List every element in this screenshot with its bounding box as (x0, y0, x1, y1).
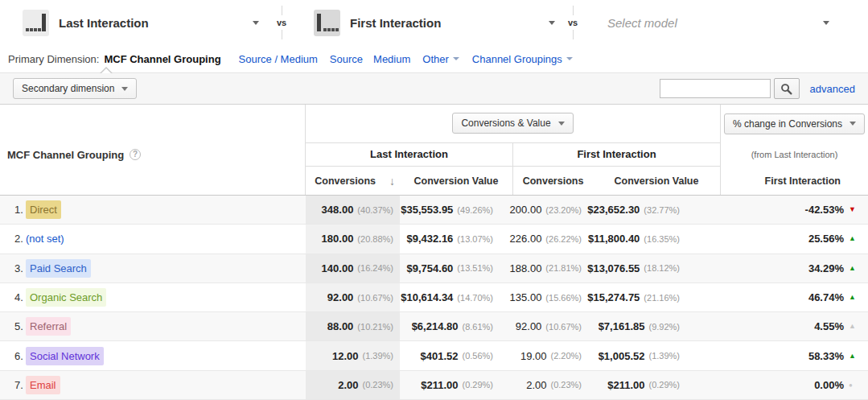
metric-value: $15,274.75 (587, 291, 640, 303)
metric-percent: (21.16%) (644, 293, 680, 303)
search-area: advanced (660, 78, 855, 99)
metric-value: 92.00 (516, 320, 542, 332)
metric-percent: (0.23%) (362, 380, 393, 390)
model-selector-2[interactable]: First Interaction (304, 0, 555, 45)
percent-change-cell: -42.53% (720, 196, 868, 224)
change-value: 25.56% (808, 233, 844, 245)
search-input[interactable] (660, 79, 771, 98)
first-conversions-cell: 2.00(0.23%) (512, 371, 593, 399)
header-first-conversions[interactable]: Conversions (512, 167, 593, 195)
divider (282, 30, 282, 39)
search-button[interactable] (774, 78, 800, 99)
change-selector-label: % change in Conversions (733, 118, 842, 130)
table-row: 7. Email 2.00(0.23%) $211.00(0.29%) 2.00… (0, 371, 868, 400)
channel-cell: 2. (not set) (0, 225, 306, 253)
channel-label: (not set) (26, 229, 68, 248)
table-row: 3. Paid Search 140.00(16.24%) $9,754.60(… (0, 254, 868, 283)
metric-percent: (13.51%) (457, 263, 493, 273)
metric-value: 12.00 (332, 350, 359, 362)
header-last-conversion-value[interactable]: Conversion Value (400, 167, 512, 195)
first-conversions-cell: 92.00(10.67%) (512, 312, 593, 340)
sort-descending-icon (389, 175, 395, 188)
last-conversions-cell: 180.00(20.88%) (306, 225, 400, 253)
tab-medium[interactable]: Medium (373, 53, 410, 65)
model-1-label: Last Interaction (59, 16, 149, 30)
row-index: 7. (14, 379, 26, 391)
header-first-conversion-value[interactable]: Conversion Value (593, 167, 720, 195)
metric-value: $23,652.30 (587, 204, 640, 216)
channel-cell: 5. Referral (0, 312, 306, 340)
channel-cell: 1. Direct (0, 196, 306, 224)
channel-label: Referral (26, 317, 71, 336)
last-conversion-value-cell: $211.00(0.29%) (400, 371, 512, 399)
channel-groupings-label: Channel Groupings (472, 53, 562, 65)
last-conversion-value-cell: $9,432.16(13.07%) (400, 225, 512, 253)
chevron-down-icon (253, 21, 259, 25)
row-index: 1. (14, 204, 26, 216)
divider (573, 30, 574, 39)
metric-value: $1,005.52 (599, 350, 645, 362)
metric-value: 2.00 (526, 379, 546, 391)
metric-percent: (21.81%) (545, 263, 582, 273)
last-conversion-value-cell: $9,754.60(13.51%) (400, 254, 512, 282)
metric-value: 200.00 (510, 204, 542, 216)
channel-cell: 4. Organic Search (0, 283, 306, 311)
first-conversion-value-cell: $1,005.52(1.39%) (593, 341, 720, 369)
tab-source-medium[interactable]: Source / Medium (239, 53, 318, 65)
header-last-conversions[interactable]: Conversions (306, 167, 400, 195)
tab-source[interactable]: Source (330, 53, 363, 65)
group-first-interaction: First Interaction (512, 143, 720, 167)
metric-value: 135.00 (510, 291, 542, 303)
metric-value: $11,800.40 (588, 233, 640, 245)
channel-groupings-menu[interactable]: Channel Groupings (472, 53, 573, 65)
metric-value: 348.00 (322, 204, 354, 216)
first-conversion-value-cell: $23,652.30(32.77%) (593, 196, 720, 224)
model-selector-1[interactable]: Last Interaction (0, 0, 259, 45)
change-from-note: (from Last Interaction) (720, 143, 868, 167)
dimension-header-label: MCF Channel Grouping (7, 149, 124, 161)
metric-percent: (0.23%) (550, 380, 582, 390)
channel-label: Organic Search (26, 288, 106, 307)
help-icon[interactable] (130, 149, 141, 160)
secondary-dimension-button[interactable]: Secondary dimension (13, 78, 137, 99)
channel-cell: 6. Social Network (0, 341, 306, 369)
first-interaction-icon (314, 10, 340, 36)
tab-other[interactable]: Other (422, 53, 459, 65)
last-conversions-cell: 12.00(1.39%) (306, 341, 400, 369)
row-index: 2. (14, 233, 26, 245)
metric-value: 226.00 (510, 233, 542, 245)
metric-value: $6,214.80 (412, 320, 459, 332)
metric-percent: (0.56%) (462, 351, 493, 361)
change-selector-button[interactable]: % change in Conversions (724, 113, 865, 134)
percent-change-cell: 0.00% (720, 371, 868, 399)
metric-selector-area: Conversions & Value (306, 105, 720, 143)
metric-selector-button[interactable]: Conversions & Value (452, 113, 573, 134)
first-conversions-cell: 135.00(15.66%) (512, 283, 593, 311)
metric-value: 188.00 (510, 262, 542, 274)
change-value: 0.00% (814, 379, 844, 391)
change-selector-area: % change in Conversions (720, 105, 868, 143)
last-conversion-value-cell: $35,553.95(49.26%) (400, 196, 512, 224)
tab-mcf-channel-grouping[interactable]: MCF Channel Grouping (104, 53, 220, 65)
model-selector-3[interactable]: Select model (590, 0, 868, 45)
model-comparison-bar: Last Interaction vs First Interaction vs… (0, 0, 868, 45)
advanced-search-link[interactable]: advanced (810, 83, 855, 95)
last-conversions-cell: 92.00(10.67%) (306, 283, 400, 311)
percent-change-cell: 34.29% (720, 254, 868, 282)
metric-value: $35,553.95 (401, 204, 453, 216)
change-value: 58.33% (808, 350, 844, 362)
first-conversions-cell: 200.00(23.20%) (512, 196, 593, 224)
selected-tab-pointer (100, 67, 113, 73)
vs-separator: vs (259, 0, 304, 45)
model-2-label: First Interaction (350, 16, 441, 30)
divider (573, 6, 574, 15)
last-conversions-cell: 140.00(16.24%) (306, 254, 400, 282)
chevron-down-icon (121, 87, 128, 91)
column-header-row: Conversions Conversion Value Conversions… (306, 167, 868, 195)
table-header: MCF Channel Grouping Conversions & Value… (0, 105, 868, 196)
dimension-column-header: MCF Channel Grouping (0, 105, 306, 195)
chevron-down-icon (549, 21, 555, 25)
header-change-first-interaction[interactable]: First Interaction (720, 167, 868, 195)
secondary-dimension-label: Secondary dimension (22, 83, 114, 94)
metric-selector-label: Conversions & Value (461, 118, 550, 129)
